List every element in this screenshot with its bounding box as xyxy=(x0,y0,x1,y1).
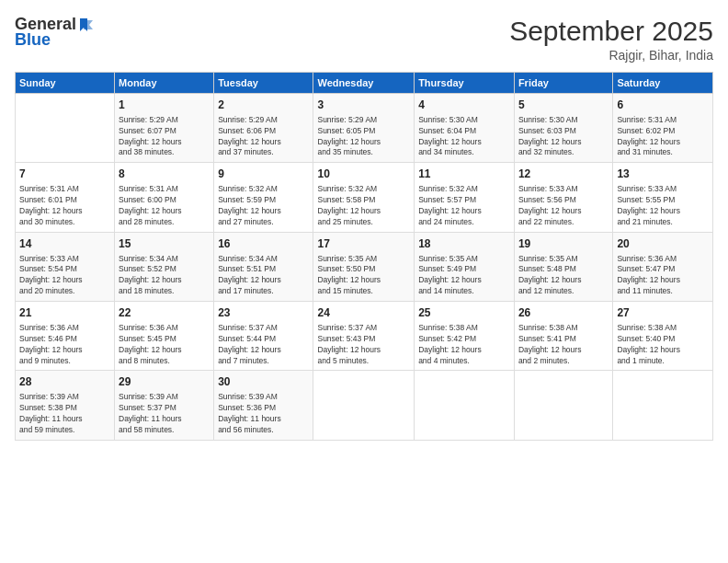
cell-info-line: Sunset: 6:02 PM xyxy=(617,126,709,137)
cell-info-line: Daylight: 12 hours xyxy=(317,275,410,286)
week-row-1: 1Sunrise: 5:29 AMSunset: 6:07 PMDaylight… xyxy=(16,94,713,163)
cell-info-line: and 21 minutes. xyxy=(617,217,709,228)
calendar-cell: 1Sunrise: 5:29 AMSunset: 6:07 PMDaylight… xyxy=(115,94,214,163)
cell-info-line: and 4 minutes. xyxy=(418,356,510,367)
cell-info-line: Sunset: 5:54 PM xyxy=(19,264,110,275)
cell-info-line: Daylight: 12 hours xyxy=(119,345,210,356)
cell-info-line: Sunset: 5:49 PM xyxy=(418,264,510,275)
week-row-4: 21Sunrise: 5:36 AMSunset: 5:46 PMDayligh… xyxy=(16,302,713,371)
calendar-cell: 8Sunrise: 5:31 AMSunset: 6:00 PMDaylight… xyxy=(115,163,214,232)
cell-info-line: Sunset: 5:43 PM xyxy=(317,334,410,345)
calendar-cell: 21Sunrise: 5:36 AMSunset: 5:46 PMDayligh… xyxy=(16,302,115,371)
cell-info-line: Sunrise: 5:29 AM xyxy=(317,115,410,126)
cell-info-line: and 31 minutes. xyxy=(617,147,709,158)
cell-info-line: Sunset: 6:06 PM xyxy=(218,126,309,137)
cell-info-line: Daylight: 12 hours xyxy=(317,345,410,356)
cell-info-line: Sunset: 5:36 PM xyxy=(218,403,309,414)
calendar-cell: 2Sunrise: 5:29 AMSunset: 6:06 PMDaylight… xyxy=(214,94,313,163)
cell-info-line: Sunset: 5:46 PM xyxy=(19,334,110,345)
page: General Blue September 2025 Rajgir, Biha… xyxy=(0,0,728,563)
cell-info-line: and 7 minutes. xyxy=(218,356,309,367)
cell-info-line: Sunset: 5:38 PM xyxy=(19,403,110,414)
cell-info-line: and 28 minutes. xyxy=(119,217,210,228)
cell-info-line: Sunset: 5:56 PM xyxy=(518,195,609,206)
day-number: 12 xyxy=(518,167,609,182)
cell-info-line: and 38 minutes. xyxy=(119,147,210,158)
cell-info-line: and 5 minutes. xyxy=(317,356,410,367)
month-title: September 2025 xyxy=(509,15,713,48)
day-header-friday: Friday xyxy=(514,73,612,94)
cell-info-line: Daylight: 12 hours xyxy=(617,206,709,217)
cell-info-line: Daylight: 12 hours xyxy=(418,345,510,356)
day-number: 25 xyxy=(418,305,510,321)
cell-info-line: Sunset: 5:42 PM xyxy=(418,334,510,345)
calendar-cell: 24Sunrise: 5:37 AMSunset: 5:43 PMDayligh… xyxy=(313,302,415,371)
day-number: 26 xyxy=(518,305,609,321)
day-number: 8 xyxy=(119,167,210,182)
calendar-cell: 10Sunrise: 5:32 AMSunset: 5:58 PMDayligh… xyxy=(313,163,415,232)
day-number: 16 xyxy=(218,236,309,252)
cell-info-line: Sunrise: 5:37 AM xyxy=(317,323,410,334)
cell-info-line: Daylight: 12 hours xyxy=(19,345,110,356)
cell-info-line: Sunset: 5:51 PM xyxy=(218,264,309,275)
calendar-cell xyxy=(313,371,415,440)
cell-info-line: Daylight: 12 hours xyxy=(418,275,510,286)
calendar-cell: 28Sunrise: 5:39 AMSunset: 5:38 PMDayligh… xyxy=(16,371,115,440)
day-number: 19 xyxy=(518,236,609,252)
cell-info-line: and 58 minutes. xyxy=(119,425,210,436)
cell-info-line: Daylight: 12 hours xyxy=(617,275,709,286)
day-header-monday: Monday xyxy=(115,73,214,94)
calendar-cell: 19Sunrise: 5:35 AMSunset: 5:48 PMDayligh… xyxy=(514,232,612,301)
day-number: 18 xyxy=(418,236,510,252)
cell-info-line: Daylight: 12 hours xyxy=(317,206,410,217)
cell-info-line: Sunrise: 5:33 AM xyxy=(518,184,609,195)
day-header-tuesday: Tuesday xyxy=(214,73,313,94)
calendar-cell: 6Sunrise: 5:31 AMSunset: 6:02 PMDaylight… xyxy=(613,94,713,163)
cell-info-line: Sunrise: 5:39 AM xyxy=(218,392,309,403)
calendar-cell xyxy=(16,94,115,163)
cell-info-line: Daylight: 12 hours xyxy=(518,345,609,356)
logo: General Blue xyxy=(15,15,95,50)
day-number: 21 xyxy=(19,305,110,321)
cell-info-line: and 14 minutes. xyxy=(418,286,510,297)
calendar-cell xyxy=(613,371,713,440)
calendar-cell: 3Sunrise: 5:29 AMSunset: 6:05 PMDaylight… xyxy=(313,94,415,163)
week-row-5: 28Sunrise: 5:39 AMSunset: 5:38 PMDayligh… xyxy=(16,371,713,440)
cell-info-line: Sunset: 6:04 PM xyxy=(418,126,510,137)
cell-info-line: and 18 minutes. xyxy=(119,286,210,297)
day-header-thursday: Thursday xyxy=(415,73,515,94)
day-number: 2 xyxy=(218,98,309,113)
cell-info-line: Sunset: 5:40 PM xyxy=(617,334,709,345)
cell-info-line: Sunrise: 5:32 AM xyxy=(418,184,510,195)
cell-info-line: Sunset: 5:41 PM xyxy=(518,334,609,345)
cell-info-line: Daylight: 12 hours xyxy=(19,275,110,286)
cell-info-line: Sunset: 5:48 PM xyxy=(518,264,609,275)
cell-info-line: Sunrise: 5:36 AM xyxy=(119,323,210,334)
cell-info-line: Daylight: 11 hours xyxy=(218,414,309,425)
calendar-cell: 22Sunrise: 5:36 AMSunset: 5:45 PMDayligh… xyxy=(115,302,214,371)
cell-info-line: and 37 minutes. xyxy=(218,147,309,158)
calendar-cell: 14Sunrise: 5:33 AMSunset: 5:54 PMDayligh… xyxy=(16,232,115,301)
cell-info-line: Daylight: 12 hours xyxy=(518,206,609,217)
location-subtitle: Rajgir, Bihar, India xyxy=(509,48,713,63)
header-row: SundayMondayTuesdayWednesdayThursdayFrid… xyxy=(16,73,713,94)
cell-info-line: Sunset: 5:55 PM xyxy=(617,195,709,206)
cell-info-line: Daylight: 12 hours xyxy=(218,275,309,286)
cell-info-line: and 27 minutes. xyxy=(218,217,309,228)
day-header-wednesday: Wednesday xyxy=(313,73,415,94)
cell-info-line: Sunset: 6:05 PM xyxy=(317,126,410,137)
cell-info-line: Sunrise: 5:35 AM xyxy=(418,254,510,265)
calendar-cell xyxy=(415,371,515,440)
calendar-cell: 27Sunrise: 5:38 AMSunset: 5:40 PMDayligh… xyxy=(613,302,713,371)
day-number: 15 xyxy=(119,236,210,252)
cell-info-line: Daylight: 12 hours xyxy=(119,206,210,217)
cell-info-line: Sunrise: 5:31 AM xyxy=(119,184,210,195)
day-number: 6 xyxy=(617,98,709,113)
calendar-cell: 5Sunrise: 5:30 AMSunset: 6:03 PMDaylight… xyxy=(514,94,612,163)
cell-info-line: Sunset: 5:47 PM xyxy=(617,264,709,275)
cell-info-line: Daylight: 12 hours xyxy=(418,137,510,148)
cell-info-line: Sunrise: 5:35 AM xyxy=(317,254,410,265)
calendar-cell: 20Sunrise: 5:36 AMSunset: 5:47 PMDayligh… xyxy=(613,232,713,301)
day-number: 11 xyxy=(418,167,510,182)
cell-info-line: Sunset: 5:37 PM xyxy=(119,403,210,414)
